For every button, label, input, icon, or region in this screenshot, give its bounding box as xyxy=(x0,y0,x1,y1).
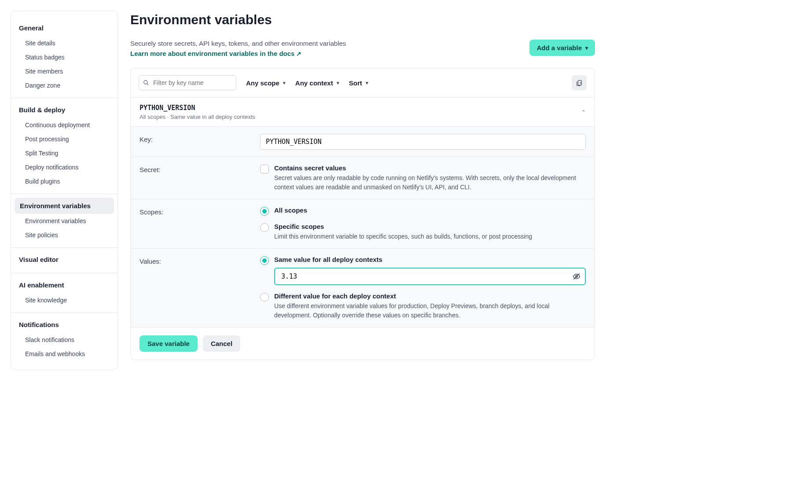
values-label: Values: xyxy=(140,256,250,265)
sort-dropdown[interactable]: Sort ▾ xyxy=(349,79,368,87)
sidebar-heading-visual-editor[interactable]: Visual editor xyxy=(11,251,118,268)
eye-off-icon[interactable] xyxy=(573,272,581,280)
secret-checkbox[interactable] xyxy=(260,165,269,173)
secret-option-label: Contains secret values xyxy=(274,164,586,172)
sidebar-item-status-badges[interactable]: Status badges xyxy=(11,50,118,64)
values-same-radio[interactable] xyxy=(260,256,269,265)
key-label: Key: xyxy=(140,134,250,143)
sidebar-heading-env-vars[interactable]: Environment variables xyxy=(15,198,114,214)
sidebar-item-site-knowledge[interactable]: Site knowledge xyxy=(11,293,118,307)
values-same-label: Same value for all deploy contexts xyxy=(274,256,586,263)
sidebar-item-site-details[interactable]: Site details xyxy=(11,36,118,50)
chevron-down-icon: ▾ xyxy=(585,45,588,51)
search-icon xyxy=(143,80,149,86)
chevron-up-icon: ⌃ xyxy=(581,109,586,115)
sidebar-heading-notifications[interactable]: Notifications xyxy=(11,316,118,333)
sidebar-item-deploy-notifications[interactable]: Deploy notifications xyxy=(11,160,118,174)
copy-env-button[interactable] xyxy=(572,75,587,90)
scope-dropdown-label: Any scope xyxy=(246,79,279,87)
variable-row-header[interactable]: PYTHON_VERSION All scopes · Same value i… xyxy=(131,98,595,126)
save-button[interactable]: Save variable xyxy=(140,335,198,352)
filter-input[interactable] xyxy=(139,75,236,90)
add-variable-button[interactable]: Add a variable ▾ xyxy=(529,40,595,56)
sidebar-item-continuous-deployment[interactable]: Continuous deployment xyxy=(11,118,118,132)
docs-link-label: Learn more about environment variables i… xyxy=(130,50,294,57)
external-link-icon: ↗ xyxy=(296,50,301,57)
svg-line-1 xyxy=(147,84,149,85)
sidebar-item-slack-notifications[interactable]: Slack notifications xyxy=(11,333,118,347)
sidebar-item-emails-webhooks[interactable]: Emails and webhooks xyxy=(11,347,118,361)
scopes-specific-radio[interactable] xyxy=(260,223,269,232)
env-vars-card: Any scope ▾ Any context ▾ Sort ▾ xyxy=(130,68,595,360)
scopes-specific-desc: Limit this environment variable to speci… xyxy=(274,232,532,241)
variable-key: PYTHON_VERSION xyxy=(140,104,255,112)
scopes-specific-label: Specific scopes xyxy=(274,223,532,230)
page-subtitle: Securely store secrets, API keys, tokens… xyxy=(130,40,346,47)
secret-label: Secret: xyxy=(140,164,250,173)
docs-link[interactable]: Learn more about environment variables i… xyxy=(130,50,301,57)
context-dropdown[interactable]: Any context ▾ xyxy=(295,79,339,87)
values-diff-radio[interactable] xyxy=(260,293,269,302)
context-dropdown-label: Any context xyxy=(295,79,333,87)
chevron-down-icon: ▾ xyxy=(283,80,286,86)
clipboard-icon xyxy=(576,79,583,86)
values-diff-desc: Use different environment variable value… xyxy=(274,302,586,320)
sidebar-heading-ai-enablement[interactable]: AI enablement xyxy=(11,277,118,293)
sidebar-heading-general[interactable]: General xyxy=(11,20,118,36)
values-diff-label: Different value for each deploy context xyxy=(274,292,586,300)
svg-point-0 xyxy=(144,81,147,84)
sidebar-item-site-members[interactable]: Site members xyxy=(11,64,118,78)
scopes-all-label: All scopes xyxy=(274,206,307,214)
chevron-down-icon: ▾ xyxy=(337,80,339,86)
sidebar-item-env-vars[interactable]: Environment variables xyxy=(11,214,118,228)
chevron-down-icon: ▾ xyxy=(366,80,368,86)
scope-dropdown[interactable]: Any scope ▾ xyxy=(246,79,286,87)
sidebar-item-site-policies[interactable]: Site policies xyxy=(11,228,118,242)
value-input[interactable] xyxy=(274,268,586,285)
scopes-all-radio[interactable] xyxy=(260,207,269,216)
sidebar: General Site details Status badges Site … xyxy=(11,11,118,370)
key-input[interactable] xyxy=(260,134,586,150)
variable-subtext: All scopes · Same value in all deploy co… xyxy=(140,114,255,120)
sidebar-item-build-plugins[interactable]: Build plugins xyxy=(11,174,118,188)
sidebar-heading-build-deploy[interactable]: Build & deploy xyxy=(11,102,118,118)
cancel-button[interactable]: Cancel xyxy=(203,335,240,352)
page-title: Environment variables xyxy=(130,12,595,27)
scopes-label: Scopes: xyxy=(140,206,250,216)
add-variable-label: Add a variable xyxy=(536,44,582,52)
sidebar-item-danger-zone[interactable]: Danger zone xyxy=(11,78,118,92)
main-content: Environment variables Securely store sec… xyxy=(129,11,595,370)
sidebar-item-post-processing[interactable]: Post processing xyxy=(11,132,118,146)
sort-dropdown-label: Sort xyxy=(349,79,362,87)
secret-option-desc: Secret values are only readable by code … xyxy=(274,173,586,192)
sidebar-item-split-testing[interactable]: Split Testing xyxy=(11,146,118,160)
